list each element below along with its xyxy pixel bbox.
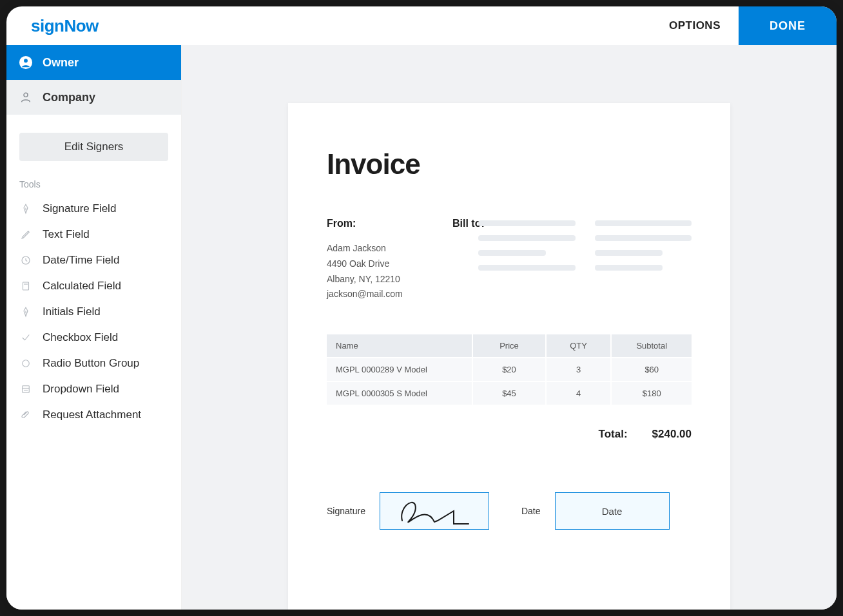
bill-to-column: Bill to: bbox=[452, 218, 465, 302]
clock-icon bbox=[19, 254, 32, 267]
tool-checkbox-field[interactable]: Checkbox Field bbox=[6, 325, 181, 351]
cell-subtotal: $60 bbox=[611, 358, 692, 381]
pencil-icon bbox=[19, 228, 32, 241]
tool-label: Date/Time Field bbox=[43, 254, 119, 267]
table-header-row: Name Price QTY Subtotal bbox=[327, 334, 692, 358]
edit-signers-button[interactable]: Edit Signers bbox=[19, 133, 168, 161]
document-title: Invoice bbox=[327, 148, 692, 180]
cell-name: MGPL 0000305 S Model bbox=[327, 381, 472, 405]
options-button[interactable]: OPTIONS bbox=[651, 6, 739, 45]
signer-tab-label: Owner bbox=[43, 56, 79, 70]
tool-calculated-field[interactable]: Calculated Field bbox=[6, 273, 181, 299]
cell-subtotal: $180 bbox=[611, 381, 692, 405]
cell-price: $20 bbox=[472, 358, 545, 381]
pen-nib-icon bbox=[19, 305, 32, 318]
tool-label: Radio Button Group bbox=[43, 357, 139, 370]
th-subtotal: Subtotal bbox=[611, 334, 692, 358]
signature-label: Signature bbox=[327, 506, 365, 516]
tool-radio-group[interactable]: Radio Button Group bbox=[6, 351, 181, 376]
from-address: 4490 Oak Drive bbox=[327, 256, 440, 272]
calculator-icon bbox=[19, 280, 32, 293]
th-price: Price bbox=[472, 334, 545, 358]
from-bill-section: From: Adam Jackson 4490 Oak Drive Albany… bbox=[327, 218, 692, 302]
signer-tab-owner[interactable]: Owner bbox=[6, 45, 181, 80]
svg-point-1 bbox=[24, 59, 28, 63]
from-email: jackson@mail.com bbox=[327, 287, 440, 302]
th-qty: QTY bbox=[546, 334, 612, 358]
svg-rect-4 bbox=[23, 282, 29, 290]
placeholder-line bbox=[595, 235, 692, 241]
svg-rect-10 bbox=[23, 386, 30, 393]
tool-label: Calculated Field bbox=[43, 280, 121, 293]
tool-label: Text Field bbox=[43, 228, 90, 241]
from-city: Albany, NY, 12210 bbox=[327, 272, 440, 287]
cell-qty: 3 bbox=[546, 358, 612, 381]
cell-qty: 4 bbox=[546, 381, 612, 405]
svg-point-2 bbox=[24, 93, 28, 97]
tool-signature-field[interactable]: Signature Field bbox=[6, 196, 181, 222]
app-body: Owner Company Edit Signers Tools Signatu… bbox=[6, 45, 837, 610]
placeholder-line bbox=[478, 250, 546, 256]
tool-request-attachment[interactable]: Request Attachment bbox=[6, 402, 181, 428]
date-placeholder: Date bbox=[602, 506, 623, 517]
paperclip-icon bbox=[19, 409, 32, 421]
cell-name: MGPL 0000289 V Model bbox=[327, 358, 472, 381]
signature-row: Signature Date Date bbox=[327, 492, 692, 530]
placeholder-line bbox=[595, 220, 692, 226]
person-filled-icon bbox=[18, 55, 34, 70]
header: signNow OPTIONS DONE bbox=[6, 6, 837, 45]
bill-to-placeholders bbox=[478, 218, 692, 302]
signer-tab-label: Company bbox=[43, 91, 95, 104]
brand-logo: signNow bbox=[6, 16, 99, 36]
tool-label: Request Attachment bbox=[43, 409, 141, 421]
from-label: From: bbox=[327, 218, 440, 229]
total-value: $240.00 bbox=[652, 428, 692, 441]
tool-text-field[interactable]: Text Field bbox=[6, 222, 181, 247]
dropdown-icon bbox=[19, 383, 32, 396]
tool-label: Checkbox Field bbox=[43, 331, 118, 344]
from-name: Adam Jackson bbox=[327, 241, 440, 256]
tool-label: Initials Field bbox=[43, 305, 101, 318]
total-label: Total: bbox=[599, 428, 628, 441]
from-column: From: Adam Jackson 4490 Oak Drive Albany… bbox=[327, 218, 440, 302]
placeholder-line bbox=[478, 220, 576, 226]
tool-dropdown-field[interactable]: Dropdown Field bbox=[6, 376, 181, 402]
app-window: signNow OPTIONS DONE Owner Company Edit … bbox=[6, 6, 837, 610]
th-name: Name bbox=[327, 334, 472, 358]
header-actions: OPTIONS DONE bbox=[651, 6, 837, 45]
svg-point-9 bbox=[23, 360, 30, 367]
placeholder-line bbox=[478, 235, 576, 241]
tool-initials-field[interactable]: Initials Field bbox=[6, 299, 181, 325]
done-button[interactable]: DONE bbox=[739, 6, 837, 45]
circle-icon bbox=[19, 357, 32, 370]
tool-datetime-field[interactable]: Date/Time Field bbox=[6, 247, 181, 273]
signature-field[interactable] bbox=[380, 492, 489, 530]
pen-nib-icon bbox=[19, 202, 32, 215]
tool-label: Dropdown Field bbox=[43, 383, 119, 396]
sidebar: Owner Company Edit Signers Tools Signatu… bbox=[6, 45, 182, 610]
tool-label: Signature Field bbox=[43, 202, 116, 215]
total-row: Total: $240.00 bbox=[327, 428, 692, 441]
placeholder-line bbox=[595, 265, 663, 271]
invoice-table: Name Price QTY Subtotal MGPL 0000289 V M… bbox=[327, 334, 692, 405]
table-row: MGPL 0000305 S Model $45 4 $180 bbox=[327, 381, 692, 405]
cell-price: $45 bbox=[472, 381, 545, 405]
table-row: MGPL 0000289 V Model $20 3 $60 bbox=[327, 358, 692, 381]
tools-header: Tools bbox=[6, 174, 181, 196]
placeholder-line bbox=[478, 265, 576, 271]
signature-drawing bbox=[392, 495, 476, 527]
document-page: Invoice From: Adam Jackson 4490 Oak Driv… bbox=[288, 103, 730, 610]
person-outline-icon bbox=[18, 90, 34, 105]
bill-to-label: Bill to: bbox=[452, 218, 465, 229]
check-icon bbox=[19, 331, 32, 344]
date-label: Date bbox=[521, 506, 541, 516]
placeholder-line bbox=[595, 250, 663, 256]
date-field[interactable]: Date bbox=[555, 492, 670, 530]
signer-tab-company[interactable]: Company bbox=[6, 80, 181, 115]
document-canvas[interactable]: Invoice From: Adam Jackson 4490 Oak Driv… bbox=[182, 45, 837, 610]
